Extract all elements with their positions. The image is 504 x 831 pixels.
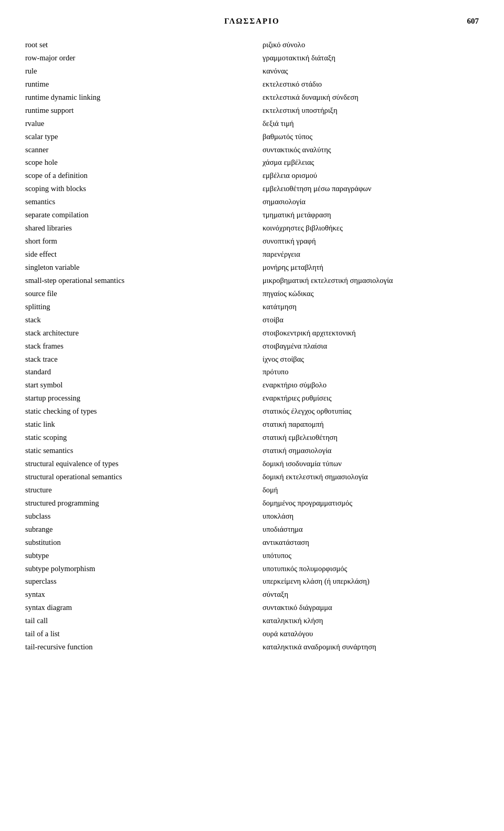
entry-term: subtype polymorphism	[25, 562, 95, 575]
list-item: stack trace	[25, 353, 242, 366]
list-item: syntax diagram	[25, 601, 242, 614]
entry-term: runtime support	[25, 104, 74, 117]
list-item: βαθμωτός τύπος	[262, 130, 479, 143]
list-item: αντικατάσταση	[262, 536, 479, 549]
list-item: δομική εκτελεστική σημασιολογία	[262, 470, 479, 483]
entry-translation: αντικατάσταση	[262, 536, 309, 549]
list-item: υπερκείμενη κλάση (ή υπερκλάση)	[262, 575, 479, 588]
list-item: συντακτικό διάγραμμα	[262, 601, 479, 614]
entry-translation: εκτελεστική υποστήριξη	[262, 104, 338, 117]
entry-term: runtime dynamic linking	[25, 91, 100, 104]
list-item: σύνταξη	[262, 588, 479, 601]
entry-term: scalar type	[25, 130, 58, 143]
entry-term: static link	[25, 418, 55, 431]
entry-term: separate compilation	[25, 208, 88, 222]
entry-translation: δομή	[262, 483, 278, 497]
list-item: καταληκτικά αναδρομική συνάρτηση	[262, 640, 479, 654]
entry-translation: καταληκτικά αναδρομική συνάρτηση	[262, 640, 376, 654]
list-item: εκτελεστική υποστήριξη	[262, 104, 479, 117]
entry-term: subclass	[25, 510, 50, 523]
list-item: subtype	[25, 549, 242, 562]
entry-translation: ουρά καταλόγου	[262, 627, 313, 640]
list-item: subclass	[25, 510, 242, 523]
entry-translation: εμβέλεια ορισμού	[262, 169, 317, 182]
list-item: ριζικό σύνολο	[262, 38, 479, 51]
entry-term: runtime	[25, 78, 49, 91]
entry-term: syntax	[25, 588, 45, 601]
entry-term: start symbol	[25, 378, 62, 392]
entry-translation: στατική παραπομπή	[262, 418, 323, 431]
entry-term: scanner	[25, 143, 48, 156]
list-item: εμβελειοθέτηση μέσω παραγράφων	[262, 182, 479, 195]
entry-translation: εκτελεστικά δυναμική σύνδεση	[262, 91, 359, 104]
list-item: singleton variable	[25, 261, 242, 274]
list-item: σημασιολογία	[262, 195, 479, 208]
entry-translation: μονήρης μεταβλητή	[262, 261, 323, 274]
entry-translation: στατική εμβελειοθέτηση	[262, 431, 338, 444]
entry-translation: στατική σημασιολογία	[262, 444, 331, 457]
entry-translation: υπερκείμενη κλάση (ή υπερκλάση)	[262, 575, 370, 588]
entry-translation: ίχνος στοίβας	[262, 353, 304, 366]
list-item: scope of a definition	[25, 169, 242, 182]
list-item: κανόνας	[262, 65, 479, 78]
list-item: static checking of types	[25, 405, 242, 418]
list-item: χάσμα εμβέλειας	[262, 156, 479, 169]
list-item: υποτυπικός πολυμορφισμός	[262, 562, 479, 575]
entry-translation: δομική ισοδυναμία τύπων	[262, 457, 342, 470]
list-item: εναρκτήριες ρυθμίσεις	[262, 392, 479, 405]
entry-translation: πηγαίος κώδικας	[262, 287, 313, 300]
entry-term: structured programming	[25, 497, 99, 510]
entry-translation: κανόνας	[262, 65, 288, 78]
list-item: substitution	[25, 536, 242, 549]
entry-term: rule	[25, 65, 37, 78]
entry-translation: κοινόχρηστες βιβλιοθήκες	[262, 222, 343, 235]
entry-term: rvalue	[25, 117, 44, 130]
list-item: στοιβοκεντρική αρχιτεκτονική	[262, 327, 479, 340]
entry-translation: δεξιά τιμή	[262, 117, 294, 130]
list-item: runtime dynamic linking	[25, 91, 242, 104]
right-column: ριζικό σύνολογραμμοτακτική διάταξηκανόνα…	[262, 38, 479, 654]
entry-translation: γραμμοτακτική διάταξη	[262, 51, 335, 65]
list-item: υπότυπος	[262, 549, 479, 562]
left-column: root setrow-major orderruleruntimeruntim…	[25, 38, 242, 654]
list-item: scalar type	[25, 130, 242, 143]
entry-translation: στοιβοκεντρική αρχιτεκτονική	[262, 327, 356, 340]
entry-term: stack frames	[25, 340, 64, 353]
list-item: μονήρης μεταβλητή	[262, 261, 479, 274]
list-item: structure	[25, 483, 242, 497]
entry-term: stack trace	[25, 353, 58, 366]
entry-translation: μικροβηματική εκτελεστική σημασιολογία	[262, 274, 393, 287]
list-item: static semantics	[25, 444, 242, 457]
list-item: πρότυπο	[262, 365, 479, 378]
list-item: row-major order	[25, 51, 242, 65]
entry-translation: βαθμωτός τύπος	[262, 130, 312, 143]
list-item: stack architecture	[25, 327, 242, 340]
entry-translation: συντακτικός αναλύτης	[262, 143, 331, 156]
list-item: runtime	[25, 78, 242, 91]
entry-term: short form	[25, 235, 57, 248]
entry-term: subtype	[25, 549, 49, 562]
list-item: short form	[25, 235, 242, 248]
entry-term: stack architecture	[25, 327, 79, 340]
header-title: ΓΛΩΣΣΑΡΙΟ	[46, 17, 458, 26]
list-item: στατική παραπομπή	[262, 418, 479, 431]
entry-translation: υπότυπος	[262, 549, 291, 562]
list-item: δομημένος προγραμματισμός	[262, 497, 479, 510]
list-item: υποκλάση	[262, 510, 479, 523]
list-item: δομή	[262, 483, 479, 497]
list-item: δεξιά τιμή	[262, 117, 479, 130]
list-item: εναρκτήριο σύμβολο	[262, 378, 479, 392]
entry-translation: συντακτικό διάγραμμα	[262, 601, 332, 614]
list-item: shared libraries	[25, 222, 242, 235]
list-item: static scoping	[25, 431, 242, 444]
list-item: scope hole	[25, 156, 242, 169]
entry-term: tail call	[25, 614, 48, 627]
entry-translation: εναρκτήριο σύμβολο	[262, 378, 327, 392]
list-item: stack frames	[25, 340, 242, 353]
entry-translation: υποδιάστημα	[262, 523, 303, 536]
entry-translation: σημασιολογία	[262, 195, 306, 208]
list-item: structural operational semantics	[25, 470, 242, 483]
entry-term: superclass	[25, 575, 57, 588]
entry-translation: τμηματική μετάφραση	[262, 208, 331, 222]
entry-translation: υποκλάση	[262, 510, 293, 523]
